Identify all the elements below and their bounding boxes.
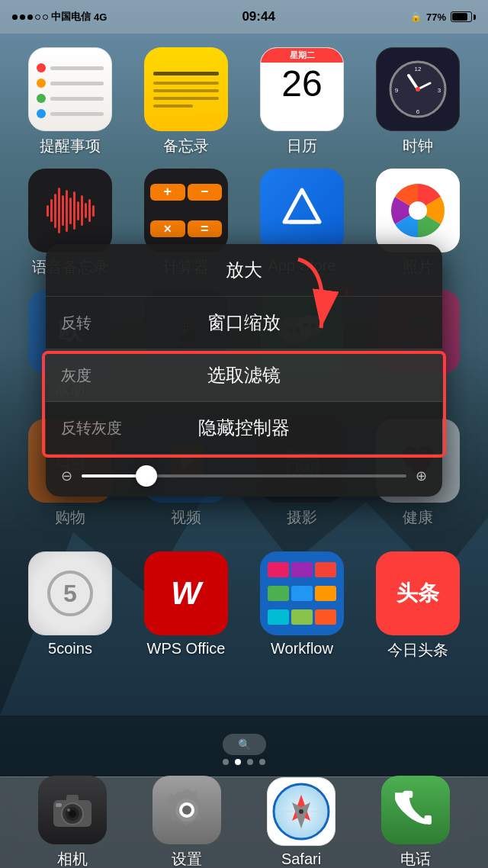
app-workflow-icon	[260, 551, 344, 635]
svg-point-10	[409, 201, 427, 220]
search-icon: 🔍	[238, 738, 251, 751]
zoom-title-label: 放大	[226, 258, 262, 282]
signal-dot-2	[20, 14, 25, 20]
zoom-select-filter-side: 灰度	[61, 365, 92, 386]
app-clock-label: 时钟	[403, 136, 433, 156]
status-bar: 中国电信 4G 09:44 🔒 77%	[0, 0, 488, 34]
app-calendar[interactable]: 星期二 26 日历	[252, 47, 352, 156]
zoom-hide-controller[interactable]: 隐藏控制器 反转灰度	[46, 402, 442, 455]
toutiao-text: 头条	[396, 579, 439, 608]
svg-rect-24	[56, 803, 62, 807]
app-reminders-label: 提醒事项	[40, 136, 101, 156]
workflow-block-9	[315, 609, 336, 625]
zoom-slider-min-icon: ⊖	[61, 468, 72, 484]
signal-dot-5	[43, 14, 48, 20]
zoom-window-zoom-label: 窗口缩放	[207, 310, 281, 335]
app-workflow[interactable]: Workflow	[252, 551, 352, 657]
svg-text:12: 12	[415, 66, 422, 72]
zoom-title-item: 放大	[46, 244, 442, 297]
wps-letter: W	[171, 575, 201, 612]
page-dot-1[interactable]	[223, 759, 229, 765]
svg-text:9: 9	[395, 87, 399, 94]
dock: 相机 设置	[0, 776, 488, 868]
app-taobao-label: 购物	[55, 507, 85, 528]
app-row-5: 5 5coins W WPS Office	[0, 545, 488, 667]
dock-phone-icon	[381, 776, 450, 844]
app-notes[interactable]: 备忘录	[136, 47, 236, 156]
app-voice-memo-icon	[28, 169, 112, 252]
app-wps-label: WPS Office	[147, 640, 226, 657]
dock-safari[interactable]: Safari	[252, 777, 351, 868]
svg-point-28	[182, 805, 191, 815]
zoom-overlay: 放大 窗口缩放 反转 选取滤镜 灰度 隐藏控制器 反转灰度 ⊖ ⊕	[46, 244, 442, 497]
app-notes-label: 备忘录	[163, 136, 209, 156]
zoom-select-filter-label: 选取滤镜	[207, 363, 281, 387]
app-appstore-icon	[260, 169, 344, 252]
app-toutiao-icon: 头条	[376, 551, 460, 635]
signal-dots	[12, 14, 48, 20]
app-5coins-label: 5coins	[48, 640, 92, 657]
dock-safari-icon	[267, 777, 336, 846]
workflow-block-8	[291, 609, 313, 625]
zoom-window-zoom[interactable]: 窗口缩放 反转	[46, 297, 442, 349]
app-photos-icon	[376, 169, 460, 252]
svg-text:3: 3	[438, 87, 441, 94]
battery-body	[451, 11, 472, 22]
svg-point-34	[299, 809, 303, 814]
app-row-1: 提醒事项 备忘录 星期二 26 日历	[0, 41, 488, 162]
calendar-day-number: 26	[281, 66, 322, 102]
workflow-block-2	[291, 562, 313, 577]
dock-settings-icon	[152, 776, 221, 844]
app-wps[interactable]: W WPS Office	[136, 551, 236, 657]
zoom-slider-thumb[interactable]	[136, 465, 157, 487]
zoom-select-filter[interactable]: 选取滤镜 灰度	[46, 349, 442, 402]
search-bar[interactable]: 🔍	[223, 734, 266, 755]
dock-camera-label: 相机	[57, 849, 88, 868]
dock-camera[interactable]: 相机	[23, 776, 122, 868]
app-shooting-label: 摄影	[287, 507, 317, 528]
network-type: 4G	[94, 11, 107, 23]
svg-rect-19	[66, 795, 79, 802]
lock-icon: 🔒	[410, 11, 422, 22]
calendar-day-name: 星期二	[261, 48, 343, 63]
signal-dot-3	[27, 14, 33, 20]
calc-times: ×	[150, 220, 185, 237]
svg-point-3	[416, 87, 420, 92]
dock-settings[interactable]: 设置	[137, 776, 236, 868]
battery-fill	[452, 13, 467, 21]
app-5coins-icon: 5	[28, 551, 112, 635]
zoom-hide-controller-side: 反转灰度	[61, 418, 122, 439]
battery-indicator	[451, 11, 476, 22]
dock-camera-icon	[38, 776, 107, 844]
app-workflow-label: Workflow	[271, 640, 333, 657]
workflow-block-3	[315, 562, 336, 577]
dock-phone-label: 电话	[400, 849, 431, 868]
svg-point-22	[69, 810, 76, 818]
app-video-label: 视频	[171, 507, 201, 528]
workflow-block-7	[268, 609, 289, 625]
calc-minus: −	[188, 184, 223, 201]
zoom-hide-controller-label: 隐藏控制器	[198, 416, 290, 440]
signal-dot-1	[12, 14, 18, 20]
app-reminders[interactable]: 提醒事项	[21, 47, 120, 156]
battery-tip	[474, 14, 476, 20]
zoom-slider-row: ⊖ ⊕	[46, 455, 442, 497]
dock-phone[interactable]: 电话	[366, 776, 465, 868]
app-calculator-icon: + − × =	[144, 169, 228, 252]
app-toutiao[interactable]: 头条 今日头条	[368, 551, 467, 661]
workflow-block-6	[315, 586, 336, 601]
app-5coins[interactable]: 5 5coins	[21, 551, 120, 657]
dock-settings-label: 设置	[172, 849, 202, 868]
app-clock[interactable]: 12 3 6 9 时钟	[368, 47, 467, 156]
page-dot-2-active[interactable]	[235, 759, 241, 765]
zoom-slider-max-icon: ⊕	[416, 468, 427, 484]
app-calendar-label: 日历	[287, 136, 317, 156]
workflow-block-1	[268, 562, 289, 577]
app-reminders-icon	[28, 47, 112, 131]
page-dot-3[interactable]	[247, 759, 253, 765]
workflow-block-5	[291, 586, 313, 601]
battery-percent: 77%	[426, 11, 446, 23]
zoom-slider-track[interactable]	[82, 474, 406, 477]
signal-dot-4	[35, 14, 40, 20]
page-dot-4[interactable]	[259, 759, 265, 765]
